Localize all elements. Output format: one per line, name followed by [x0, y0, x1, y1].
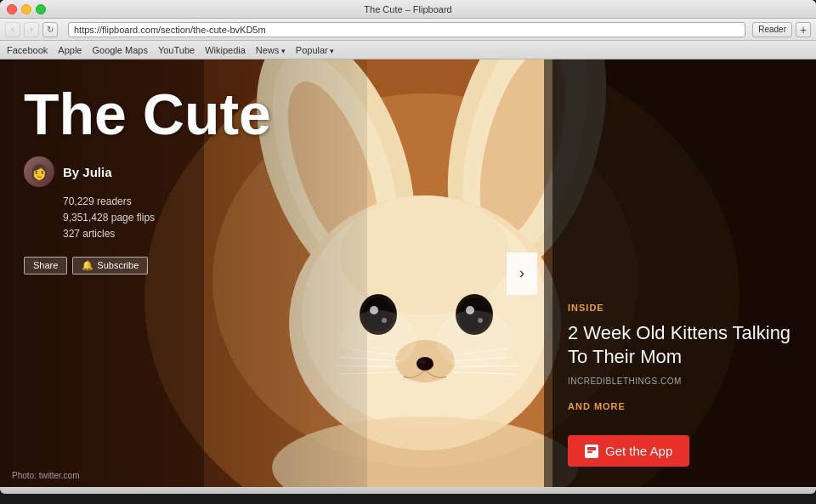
get-app-button[interactable]: Get the App [568, 435, 689, 467]
svg-rect-37 [587, 451, 592, 453]
reader-button[interactable]: Reader [752, 22, 792, 37]
minimize-button[interactable] [21, 4, 31, 14]
page-flips-stat: 9,351,428 page flips [63, 210, 425, 226]
right-panel: INSIDE 2 Week Old Kittens Talking To The… [544, 59, 816, 487]
bookmark-apple[interactable]: Apple [58, 45, 82, 55]
browser-window: The Cute – Flipboard ‹ › ↻ https://flipb… [0, 0, 816, 59]
svg-rect-36 [587, 447, 596, 450]
author-avatar: 👩 [24, 156, 54, 187]
article-title[interactable]: 2 Week Old Kittens Talking To Their Mom [568, 321, 792, 370]
readers-stat: 70,229 readers [63, 194, 425, 210]
action-buttons: Share 🔔 Subscribe [24, 257, 425, 275]
main-content: The Cute 👩 By Julia 70,229 readers 9,351… [0, 59, 816, 487]
bookmarks-bar: Facebook Apple Google Maps YouTube Wikip… [0, 41, 816, 59]
window-bottom-chrome [0, 487, 816, 494]
address-bar[interactable]: https://flipboard.com/section/the-cute-b… [68, 22, 745, 37]
articles-stat: 327 articles [63, 226, 425, 242]
close-button[interactable] [7, 4, 17, 14]
author-name: By Julia [63, 165, 112, 179]
browser-toolbar: ‹ › ↻ https://flipboard.com/section/the-… [0, 19, 816, 41]
and-more-label: AND MORE [568, 401, 792, 411]
magazine-title: The Cute [24, 85, 425, 143]
back-button[interactable]: ‹ [5, 22, 20, 37]
traffic-lights [7, 4, 46, 14]
maximize-button[interactable] [36, 4, 46, 14]
left-content: The Cute 👩 By Julia 70,229 readers 9,351… [0, 59, 449, 487]
bookmark-facebook[interactable]: Facebook [7, 45, 48, 55]
share-button[interactable]: Share [24, 257, 67, 275]
bookmark-popular[interactable]: Popular [296, 45, 334, 55]
bookmark-news[interactable]: News [256, 45, 286, 55]
next-arrow[interactable]: › [507, 252, 537, 295]
bookmark-google-maps[interactable]: Google Maps [92, 45, 147, 55]
bookmark-youtube[interactable]: YouTube [158, 45, 195, 55]
author-section: 👩 By Julia [24, 156, 425, 187]
title-bar: The Cute – Flipboard [0, 0, 816, 19]
url-text: https://flipboard.com/section/the-cute-b… [74, 25, 266, 35]
inside-label: INSIDE [568, 303, 792, 313]
subscribe-button[interactable]: 🔔 Subscribe [72, 257, 148, 275]
flipboard-icon [585, 445, 598, 458]
reload-button[interactable]: ↻ [42, 22, 58, 37]
forward-button[interactable]: › [24, 22, 39, 37]
article-source: INCREDIBLETHINGS.COM [568, 377, 792, 386]
bookmark-wikipedia[interactable]: Wikipedia [205, 45, 246, 55]
photo-credit: Photo: twitter.com [12, 471, 79, 480]
window-title: The Cute – Flipboard [364, 4, 451, 14]
new-tab-button[interactable]: + [796, 22, 811, 37]
stats-section: 70,229 readers 9,351,428 page flips 327 … [24, 194, 425, 243]
